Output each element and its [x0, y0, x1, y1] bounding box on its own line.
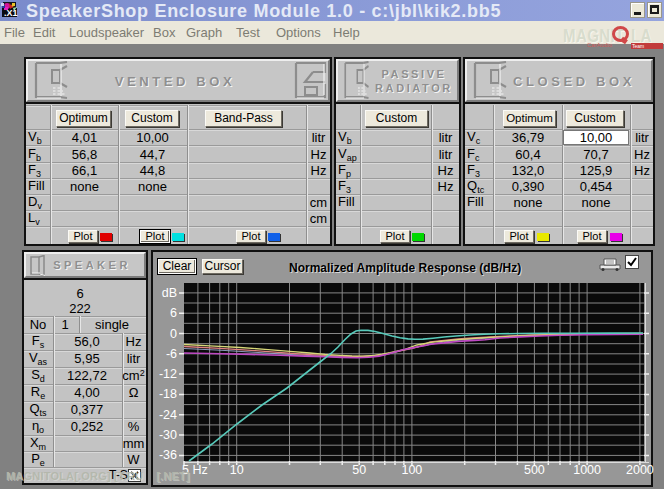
svg-text:500: 500 [524, 463, 545, 477]
svg-text:-6: -6 [166, 347, 177, 361]
svg-text:1000: 1000 [573, 463, 601, 477]
svg-text:50: 50 [352, 463, 366, 477]
svg-text:0: 0 [170, 327, 177, 341]
svg-text:dB: dB [162, 286, 177, 300]
svg-text:10: 10 [230, 463, 244, 477]
svg-text:2000: 2000 [626, 463, 654, 477]
svg-text:-36: -36 [159, 448, 177, 462]
svg-text:100: 100 [401, 463, 422, 477]
svg-text:-24: -24 [159, 408, 177, 422]
svg-text:-12: -12 [159, 367, 177, 381]
svg-text:6: 6 [170, 306, 177, 320]
svg-text:-18: -18 [159, 387, 177, 401]
svg-text:-30: -30 [159, 428, 177, 442]
